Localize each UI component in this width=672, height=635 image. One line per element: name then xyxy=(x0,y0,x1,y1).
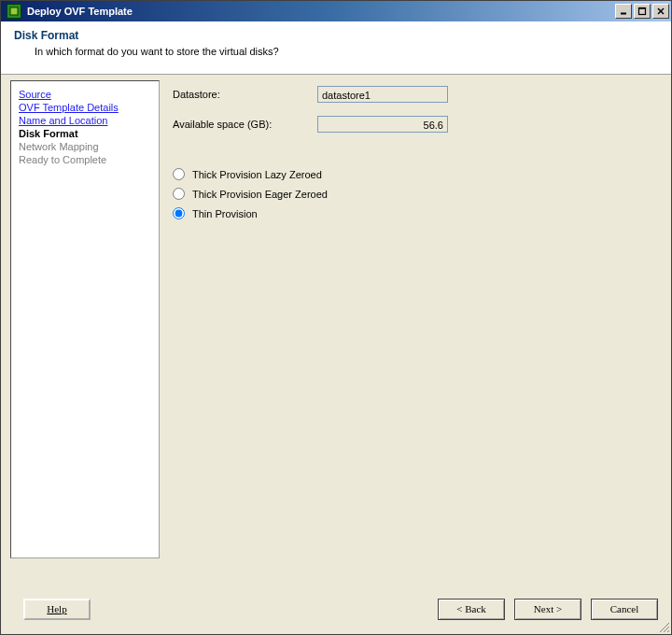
wizard-body: SourceOVF Template DetailsName and Locat… xyxy=(1,75,671,558)
wizard-footer: Help < Back Next > Cancel xyxy=(1,591,671,634)
resize-grip[interactable] xyxy=(657,620,670,633)
available-space-label: Available space (GB): xyxy=(173,119,317,130)
provision-option-label: Thick Provision Lazy Zeroed xyxy=(192,169,322,180)
provision-radio[interactable] xyxy=(173,207,185,219)
wizard-step-disk-format: Disk Format xyxy=(19,128,151,139)
app-icon xyxy=(7,4,21,19)
provision-option[interactable]: Thin Provision xyxy=(173,207,658,219)
page-subtitle: In which format do you want to store the… xyxy=(14,42,658,57)
wizard-step-name-and-location[interactable]: Name and Location xyxy=(19,115,151,126)
maximize-button[interactable] xyxy=(634,4,651,19)
svg-rect-0 xyxy=(10,7,18,15)
wizard-header: Disk Format In which format do you want … xyxy=(1,21,671,75)
wizard-step-source[interactable]: Source xyxy=(19,89,151,100)
back-button[interactable]: < Back xyxy=(438,599,505,620)
wizard-steps: SourceOVF Template DetailsName and Locat… xyxy=(10,80,160,558)
window-buttons xyxy=(615,4,669,19)
main-panel: Datastore: datastore1 Available space (G… xyxy=(160,75,671,558)
wizard-step-ready-to-complete: Ready to Complete xyxy=(19,154,151,165)
datastore-row: Datastore: datastore1 xyxy=(173,86,658,103)
page-title: Disk Format xyxy=(14,29,658,42)
titlebar: Deploy OVF Template xyxy=(1,1,671,21)
provision-option-label: Thick Provision Eager Zeroed xyxy=(192,189,328,200)
provision-options: Thick Provision Lazy ZeroedThick Provisi… xyxy=(173,168,658,219)
svg-line-8 xyxy=(667,630,669,632)
provision-option-label: Thin Provision xyxy=(192,208,258,219)
provision-option[interactable]: Thick Provision Lazy Zeroed xyxy=(173,168,658,180)
next-button[interactable]: Next > xyxy=(514,599,581,620)
available-space-row: Available space (GB): 56.6 xyxy=(173,116,658,133)
cancel-button[interactable]: Cancel xyxy=(591,599,658,620)
datastore-label: Datastore: xyxy=(173,89,317,100)
help-button[interactable]: Help xyxy=(23,599,91,620)
close-button[interactable] xyxy=(652,4,669,19)
datastore-value: datastore1 xyxy=(317,86,448,103)
provision-radio[interactable] xyxy=(173,188,185,200)
wizard-step-ovf-template-details[interactable]: OVF Template Details xyxy=(19,102,151,113)
deploy-ovf-window: Deploy OVF Template Disk Format In which… xyxy=(0,0,672,635)
wizard-step-network-mapping: Network Mapping xyxy=(19,141,151,152)
provision-option[interactable]: Thick Provision Eager Zeroed xyxy=(173,188,658,200)
window-title: Deploy OVF Template xyxy=(25,6,615,17)
minimize-button[interactable] xyxy=(615,4,632,19)
provision-radio[interactable] xyxy=(173,168,185,180)
available-space-value: 56.6 xyxy=(317,116,448,133)
